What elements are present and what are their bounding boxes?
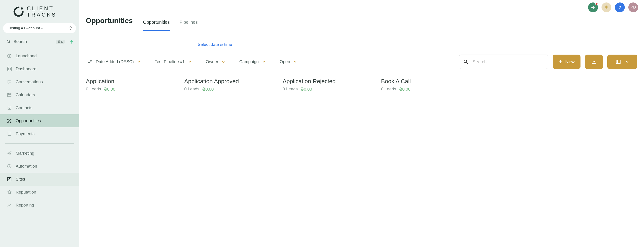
sidebar-search-placeholder: Search	[14, 39, 27, 44]
svg-point-0	[21, 8, 23, 10]
chevron-down-icon	[137, 61, 140, 63]
pipeline-column: Application Rejected 0 Leads ₴0.00	[283, 78, 368, 92]
page-title: Opportunities	[86, 17, 133, 31]
contacts-icon	[7, 105, 12, 111]
tab-pipelines[interactable]: Pipelines	[179, 20, 198, 31]
sidebar-item-dashboard[interactable]: Dashboard	[0, 62, 79, 75]
column-amount: ₴0.00	[202, 87, 214, 92]
announcements-button[interactable]	[588, 3, 598, 12]
sort-icon	[88, 60, 92, 64]
svg-point-17	[10, 122, 12, 123]
svg-point-13	[9, 107, 10, 108]
column-title: Book A Call	[381, 78, 466, 85]
chevron-down-icon	[222, 61, 225, 63]
column-leads: 0 Leads	[283, 87, 298, 92]
svg-point-25	[9, 178, 10, 180]
search-icon	[464, 60, 468, 64]
svg-rect-24	[8, 177, 11, 181]
account-switcher-label: Testing #1 Account -- ...	[8, 26, 48, 31]
tabs: Opportunities Pipelines	[143, 20, 198, 31]
svg-line-2	[10, 42, 10, 43]
status-filter[interactable]: Open	[280, 59, 297, 64]
payments-icon	[7, 131, 12, 136]
sidebar-item-automation[interactable]: Automation	[0, 160, 79, 173]
sidebar-item-reporting[interactable]: Reporting	[0, 199, 79, 212]
chevron-down-icon	[626, 61, 629, 63]
download-icon	[591, 59, 596, 64]
sidebar-item-sites[interactable]: Sites	[0, 173, 79, 186]
chevron-down-icon	[294, 61, 297, 63]
filters-row: Date Added (DESC) Test Pipeline #1 Owner	[86, 55, 637, 69]
svg-rect-8	[8, 93, 11, 97]
notification-dot-icon	[595, 3, 598, 5]
svg-rect-7	[10, 69, 12, 71]
search-shortcut-badge: ⌘ K	[56, 40, 65, 44]
svg-rect-20	[8, 132, 11, 136]
column-leads: 0 Leads	[184, 87, 200, 92]
svg-rect-6	[8, 69, 9, 71]
opportunities-search-input[interactable]	[472, 59, 544, 65]
user-avatar[interactable]: PD	[628, 3, 638, 12]
brand-logo-text: CLIENT TRACKS	[27, 5, 56, 18]
sidebar-item-marketing[interactable]: Marketing	[0, 147, 79, 160]
column-title: Application Approved	[184, 78, 269, 85]
column-title: Application	[86, 78, 171, 85]
pipeline-column: Application Approved 0 Leads ₴0.00	[184, 78, 269, 92]
dashboard-icon	[7, 66, 12, 72]
chevron-down-icon	[188, 61, 192, 63]
page-header: Opportunities Opportunities Pipelines	[79, 13, 644, 31]
pipeline-filter[interactable]: Test Pipeline #1	[155, 59, 192, 64]
opportunities-search[interactable]	[459, 55, 548, 69]
chat-icon	[7, 79, 12, 85]
svg-point-14	[8, 119, 8, 120]
svg-point-30	[464, 60, 467, 63]
pipeline-columns: Application 0 Leads ₴0.00 Application Ap…	[86, 69, 637, 92]
pipeline-column: Application 0 Leads ₴0.00	[86, 78, 171, 92]
sidebar-item-payments[interactable]: Payments	[0, 127, 79, 140]
sidebar-item-opportunities[interactable]: Opportunities	[0, 114, 79, 127]
sidebar-item-calendars[interactable]: Calendars	[0, 88, 79, 101]
sidebar-search[interactable]: Search ⌘ K	[3, 37, 76, 46]
kanban-icon	[616, 60, 621, 64]
select-date-link[interactable]: Select date & time	[198, 42, 232, 47]
svg-point-1	[7, 40, 10, 43]
svg-line-31	[466, 62, 468, 64]
new-opportunity-button[interactable]: New	[553, 55, 580, 69]
svg-point-15	[10, 119, 12, 120]
column-title: Application Rejected	[283, 78, 368, 85]
import-button[interactable]	[585, 55, 603, 69]
send-icon	[7, 151, 12, 156]
sidebar-item-contacts[interactable]: Contacts	[0, 101, 79, 114]
account-switcher-chevrons-icon	[69, 26, 72, 30]
campaign-filter[interactable]: Campaign	[239, 59, 266, 64]
sort-filter[interactable]: Date Added (DESC)	[88, 59, 140, 64]
rocket-icon	[7, 53, 12, 59]
svg-rect-5	[10, 67, 12, 69]
tab-opportunities[interactable]: Opportunities	[143, 20, 170, 31]
column-amount: ₴0.00	[399, 87, 410, 92]
sites-icon	[7, 176, 12, 182]
svg-rect-4	[8, 67, 9, 69]
svg-point-16	[8, 122, 8, 123]
sidebar-item-reputation[interactable]: Reputation	[0, 186, 79, 199]
account-switcher[interactable]: Testing #1 Account -- ...	[3, 23, 76, 33]
plus-icon	[558, 60, 562, 64]
column-leads: 0 Leads	[381, 87, 396, 92]
topbar: ? PD	[79, 0, 644, 13]
brand-logo-mark	[14, 7, 24, 17]
owner-filter[interactable]: Owner	[206, 59, 225, 64]
calendar-icon	[7, 92, 12, 98]
sidebar: CLIENT TRACKS Testing #1 Account -- ... …	[0, 0, 79, 247]
opportunities-icon	[7, 118, 12, 124]
layout-toggle-button[interactable]	[607, 55, 637, 69]
sidebar-item-conversations[interactable]: Conversations	[0, 75, 79, 88]
notifications-button[interactable]	[602, 3, 611, 12]
chevron-down-icon	[262, 61, 266, 63]
chart-icon	[7, 202, 12, 208]
sidebar-item-launchpad[interactable]: Launchpad	[0, 50, 79, 62]
help-button[interactable]: ?	[615, 3, 625, 12]
bolt-icon[interactable]	[70, 39, 74, 44]
brand-logo: CLIENT TRACKS	[0, 3, 79, 23]
nav-separator	[5, 143, 74, 144]
svg-rect-34	[616, 60, 620, 64]
